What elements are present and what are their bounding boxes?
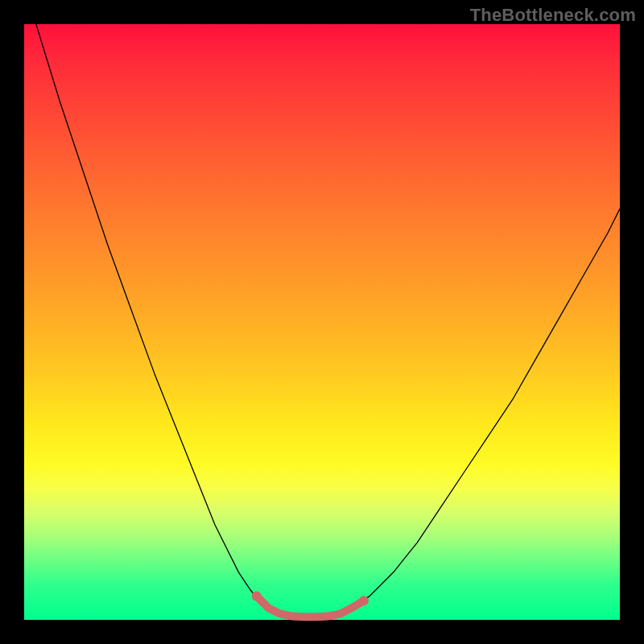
highlight-start-dot [252,591,262,601]
highlight-end-dot [359,596,369,605]
right-branch-line [346,208,620,613]
chart-frame: TheBottleneck.com [0,0,644,644]
watermark-text: TheBottleneck.com [470,5,636,26]
curve-svg [24,24,620,620]
highlight-overlay [257,596,364,617]
left-branch-line [36,24,275,614]
plot-area [24,24,620,620]
